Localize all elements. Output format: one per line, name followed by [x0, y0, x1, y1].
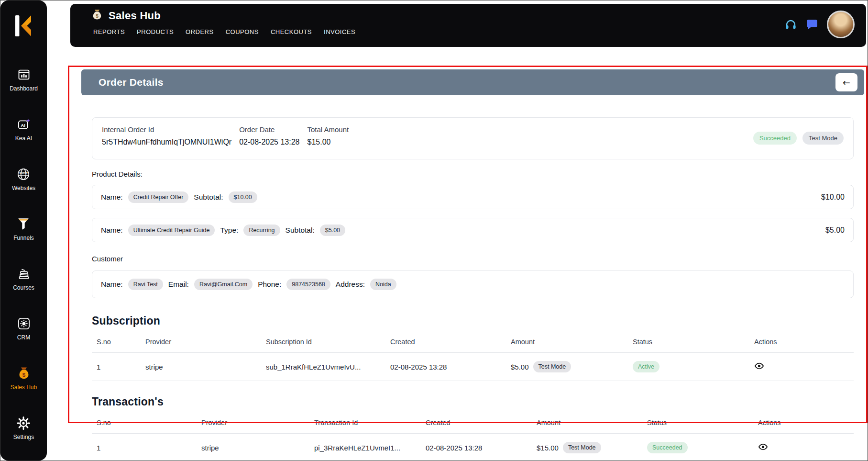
money-bag-icon: $ — [17, 366, 31, 381]
product-row: Name: Credit Repair Offer Subtotal: $10.… — [92, 185, 854, 209]
courses-icon — [17, 267, 31, 281]
order-summary-card: Internal Order Id 5r5THdw4unFfdhumIqTjOM… — [92, 117, 854, 159]
nav-checkouts[interactable]: CHECKOUTS — [271, 28, 312, 35]
subscription-table: S.no Provider Subscription Id Created Am… — [92, 333, 854, 381]
product-details-label: Product Details: — [92, 170, 854, 178]
cell-subscription-id: sub_1RraKfHLeZ1UvmeIvU... — [266, 363, 390, 371]
sidebar-item-dashboard[interactable]: Dashboard — [10, 67, 38, 92]
nav-reports[interactable]: REPORTS — [93, 28, 125, 35]
internal-order-id-value: 5r5THdw4unFfdhumIqTjOMNUI1WiQr — [102, 138, 231, 146]
table-row: 1 stripe sub_1RraKfHLeZ1UvmeIvU... 02-08… — [92, 353, 854, 381]
view-subscription-button[interactable] — [754, 361, 764, 372]
user-avatar[interactable] — [827, 11, 855, 38]
cell-created: 02-08-2025 13:28 — [390, 363, 511, 371]
sidebar-item-label: Dashboard — [10, 85, 38, 92]
top-navigation: REPORTS PRODUCTS ORDERS COUPONS CHECKOUT… — [93, 28, 855, 35]
sidebar-item-kea-ai[interactable]: AI Kea AI — [15, 117, 32, 142]
cell-amount: $5.00 Test Mode — [511, 361, 633, 372]
name-label: Name: — [101, 193, 123, 202]
type-label: Type: — [220, 226, 238, 235]
chat-icon[interactable] — [806, 18, 818, 31]
transactions-title: Transaction's — [92, 395, 854, 408]
total-amount-field: Total Amount $15.00 — [308, 125, 349, 146]
ai-icon: AI — [17, 117, 31, 132]
test-mode-badge: Test Mode — [802, 132, 844, 145]
address-label: Address: — [336, 280, 365, 289]
sidebar: Dashboard AI Kea AI — [0, 0, 47, 461]
nav-orders[interactable]: ORDERS — [186, 28, 214, 35]
sidebar-item-sales-hub[interactable]: $ Sales Hub — [11, 366, 37, 391]
email-label: Email: — [168, 280, 189, 289]
test-mode-pill: Test Mode — [563, 442, 601, 453]
col-sno: S.no — [97, 419, 201, 427]
sidebar-item-label: Sales Hub — [11, 384, 37, 391]
subtotal-label: Subtotal: — [194, 193, 223, 202]
eye-icon — [754, 361, 764, 372]
svg-text:$: $ — [22, 372, 25, 378]
subtotal-pill: $5.00 — [320, 225, 345, 236]
transactions-table: S.no Provider Transaction Id Created Amo… — [92, 414, 854, 461]
field-label: Total Amount — [308, 125, 349, 134]
dashboard-icon — [17, 67, 31, 82]
nav-coupons[interactable]: COUPONS — [226, 28, 259, 35]
table-row: 1 stripe pi_3RraKeHLeZ1UvmeI1... 02-08-2… — [92, 434, 854, 461]
back-button[interactable]: ← — [835, 73, 857, 91]
status-pill: Active — [633, 361, 659, 372]
subtotal-pill: $10.00 — [229, 191, 257, 203]
col-subscription-id: Subscription Id — [266, 338, 390, 346]
sidebar-item-settings[interactable]: Settings — [13, 416, 34, 440]
sidebar-item-label: Courses — [13, 284, 34, 291]
order-date-field: Order Date 02-08-2025 13:28 — [239, 125, 299, 146]
topbar-actions — [784, 10, 855, 39]
svg-text:AI: AI — [21, 123, 25, 128]
sidebar-item-funnels[interactable]: Funnels — [13, 217, 34, 241]
customer-card: Name: Ravi Test Email: Ravi@Gmail.Com Ph… — [92, 270, 854, 298]
topbar: $ Sales Hub REPORTS PRODUCTS ORDERS COUP… — [70, 4, 866, 47]
panel-body: Internal Order Id 5r5THdw4unFfdhumIqTjOM… — [81, 117, 864, 461]
cell-sno: 1 — [97, 444, 201, 452]
cell-actions — [758, 442, 854, 453]
customer-label: Customer — [92, 255, 854, 263]
cell-transaction-id: pi_3RraKeHLeZ1UvmeI1... — [314, 444, 426, 452]
svg-text:WWW: WWW — [20, 171, 28, 174]
order-details-panel: Order Details ← Internal Order Id 5r5THd… — [81, 69, 864, 461]
name-label: Name: — [101, 280, 123, 289]
subscription-table-header: S.no Provider Subscription Id Created Am… — [92, 333, 854, 353]
col-sno: S.no — [97, 338, 145, 346]
view-transaction-button[interactable] — [758, 442, 768, 453]
support-headset-icon[interactable] — [784, 18, 797, 31]
line-total: $5.00 — [825, 226, 845, 235]
col-actions: Actions — [758, 419, 854, 427]
panel-title: Order Details — [99, 77, 164, 88]
sidebar-item-label: Websites — [12, 185, 35, 191]
subscription-title: Subscription — [92, 315, 854, 327]
sales-hub-icon: $ — [91, 9, 103, 23]
col-status: Status — [647, 419, 758, 427]
product-name-pill: Ultimate Credit Repair Guide — [128, 225, 215, 236]
order-badges: Succeeded Test Mode — [753, 132, 844, 145]
product-row: Name: Ultimate Credit Repair Guide Type:… — [92, 218, 854, 242]
cell-amount: $15.00 Test Mode — [537, 442, 647, 453]
product-name-pill: Credit Repair Offer — [128, 191, 189, 203]
cell-status: Succeeded — [647, 442, 758, 453]
field-label: Order Date — [239, 125, 299, 134]
app-logo-icon[interactable] — [11, 13, 36, 40]
sidebar-item-label: Settings — [13, 434, 34, 440]
sidebar-item-courses[interactable]: Courses — [13, 267, 34, 291]
sidebar-item-label: Funnels — [13, 235, 34, 241]
app-title-row: $ Sales Hub — [91, 9, 855, 23]
amount-value: $15.00 — [537, 444, 559, 452]
cell-status: Active — [633, 361, 754, 372]
col-provider: Provider — [201, 419, 314, 427]
customer-email-pill: Ravi@Gmail.Com — [194, 279, 253, 290]
crm-icon — [17, 316, 31, 331]
nav-products[interactable]: PRODUCTS — [137, 28, 174, 35]
line-total: $10.00 — [821, 193, 845, 202]
nav-invoices[interactable]: INVOICES — [324, 28, 355, 35]
customer-name-pill: Ravi Test — [128, 279, 163, 290]
internal-order-id-field: Internal Order Id 5r5THdw4unFfdhumIqTjOM… — [102, 125, 231, 146]
sidebar-item-crm[interactable]: CRM — [17, 316, 31, 341]
col-amount: Amount — [537, 419, 647, 427]
sidebar-item-websites[interactable]: WWW Websites — [12, 167, 35, 191]
gear-icon — [16, 416, 31, 430]
